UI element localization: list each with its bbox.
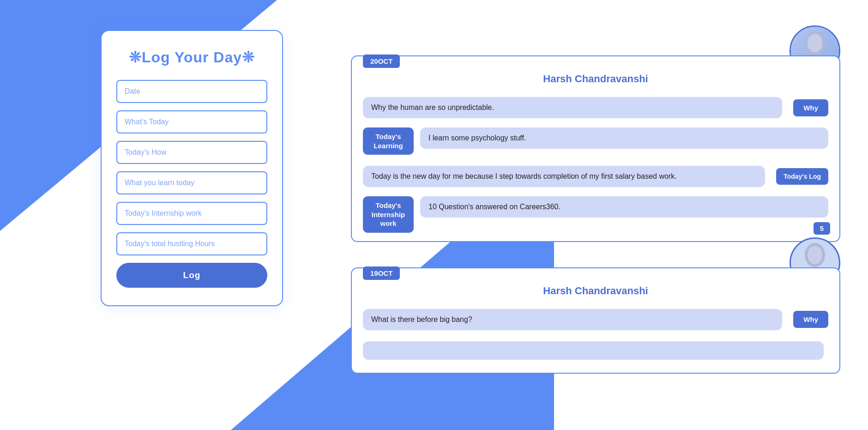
page-num-badge-1: 5 bbox=[814, 222, 830, 235]
why-row-2: What is there before big bang? Why bbox=[352, 303, 839, 330]
user-name-1: Harsh Chandravanshi bbox=[352, 73, 839, 85]
log-form-card: ❊Log Your Day❊ Log bbox=[101, 30, 283, 306]
entry-card-1: 20OCT Harsh Chandravanshi Why the human … bbox=[351, 55, 840, 242]
what-learn-input[interactable] bbox=[116, 171, 267, 194]
svg-point-5 bbox=[808, 246, 822, 264]
user-name-2: Harsh Chandravanshi bbox=[352, 285, 839, 297]
why-badge-1[interactable]: Why bbox=[793, 99, 828, 116]
why-bubble-1: Why the human are so unpredictable. bbox=[363, 97, 782, 118]
log-button[interactable]: Log bbox=[116, 263, 267, 288]
log-bubble-1: Today is the new day for me because I st… bbox=[363, 166, 765, 187]
why-badge-2[interactable]: Why bbox=[793, 311, 828, 328]
log-entries-section: 20OCT Harsh Chandravanshi Why the human … bbox=[351, 55, 840, 392]
date-badge-2: 19OCT bbox=[363, 266, 400, 280]
svg-point-2 bbox=[808, 34, 822, 52]
entry-card-2: 19OCT Harsh Chandravanshi What is there … bbox=[351, 267, 840, 374]
internship-label-1: Today'sInternshipwork bbox=[363, 196, 414, 233]
log-row-2 bbox=[352, 336, 839, 364]
todays-log-badge-1[interactable]: Today's Log bbox=[776, 168, 828, 185]
why-bubble-2: What is there before big bang? bbox=[363, 309, 782, 330]
why-row-1: Why the human are so unpredictable. Why bbox=[352, 91, 839, 118]
date-badge-1: 20OCT bbox=[363, 55, 400, 68]
todays-how-input[interactable] bbox=[116, 141, 267, 164]
learning-row-1: Today'sLearning I learn some psychology … bbox=[352, 124, 839, 155]
learning-bubble-1: I learn some psychology stuff. bbox=[420, 127, 828, 149]
log-entry-19oct: 19OCT Harsh Chandravanshi What is there … bbox=[351, 267, 840, 374]
date-input[interactable] bbox=[116, 80, 267, 103]
log-row-1: Today is the new day for me because I st… bbox=[352, 160, 839, 187]
learning-label-1: Today'sLearning bbox=[363, 127, 414, 155]
internship-row-1: Today'sInternshipwork 10 Question's answ… bbox=[352, 193, 839, 233]
form-title: ❊Log Your Day❊ bbox=[116, 48, 267, 66]
todays-hustling-input[interactable] bbox=[116, 232, 267, 255]
whats-today-input[interactable] bbox=[116, 110, 267, 133]
todays-internship-input[interactable] bbox=[116, 202, 267, 225]
internship-bubble-1: 10 Question's answered on Careers360. bbox=[420, 196, 828, 218]
log-bubble-2 bbox=[363, 341, 824, 360]
log-entry-20oct: 20OCT Harsh Chandravanshi Why the human … bbox=[351, 55, 840, 242]
